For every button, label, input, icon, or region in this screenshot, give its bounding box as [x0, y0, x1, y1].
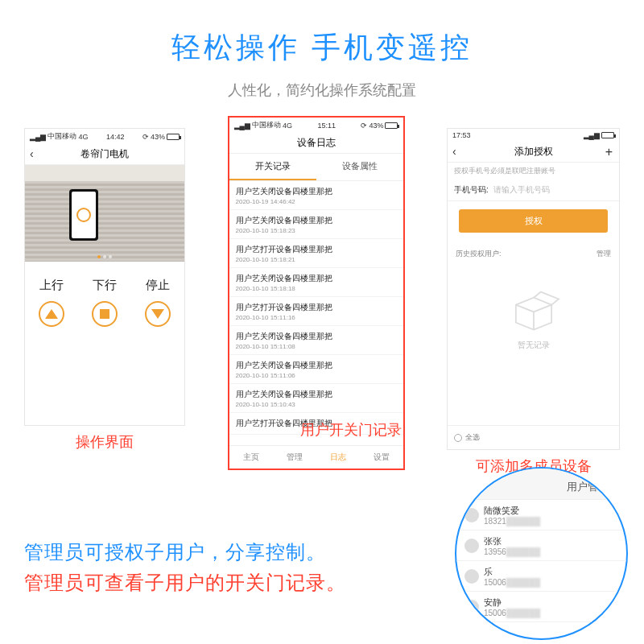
- history-label: 历史授权用户:: [456, 249, 502, 259]
- user-management-popover: 用户管理 陆微笑爱18321██████张张13956██████乐15006█…: [455, 467, 628, 640]
- auth-note: 授权手机号必须是联吧注册账号: [448, 163, 619, 180]
- label-down: 下行: [92, 278, 118, 293]
- phone-log-ui: ▂▄▆ 中国移动 4G 15:11 ⟳ 43% 设备日志 开关记录 设备属性 用…: [228, 116, 405, 470]
- log-item[interactable]: 用户艺打开设备四楼里那把2020-10-10 15:11:16: [229, 297, 403, 326]
- tab-device-props[interactable]: 设备属性: [316, 154, 403, 180]
- device-image: [25, 165, 184, 262]
- info-line-2: 管理员可查看子用户的开关门记录。: [24, 570, 346, 596]
- history-manage-link[interactable]: 管理: [597, 249, 611, 259]
- empty-box-icon: [505, 283, 563, 333]
- main-title: 轻松操作 手机变遥控: [0, 0, 644, 68]
- phone-field-row[interactable]: 手机号码: 请输入手机号码: [448, 180, 619, 201]
- tab-switch-records[interactable]: 开关记录: [229, 154, 316, 180]
- triangle-down-icon: [151, 309, 164, 319]
- log-item[interactable]: 用户艺关闭设备四楼里那把2020-10-10 15:11:08: [229, 326, 403, 355]
- info-line-1: 管理员可授权子用户，分享控制。: [24, 539, 346, 565]
- overlay-log-caption: 用户开关门记录: [300, 420, 402, 440]
- nav-settings[interactable]: 设置: [360, 446, 403, 469]
- user-row[interactable]: 张张13956██████: [456, 530, 626, 561]
- avatar: [464, 569, 479, 584]
- triangle-up-icon: [45, 309, 58, 319]
- phone-control-ui: ▂▄▆ 中国移动 4G 14:42 ⟳ 43% ‹ 卷帘门电机 上行 下行: [24, 128, 185, 426]
- down-button[interactable]: [145, 301, 171, 327]
- stop-button[interactable]: [92, 301, 118, 327]
- user-row[interactable]: 陆微笑爱18321██████: [456, 500, 626, 530]
- authorize-button[interactable]: 授权: [459, 209, 608, 233]
- log-item[interactable]: 用户艺打开设备四楼里那把2020-10-10 15:18:21: [229, 239, 403, 268]
- sub-title: 人性化，简约化操作系统配置: [0, 80, 644, 100]
- screen-title: ‹ 添加授权 +: [448, 142, 619, 163]
- clock: 14:42: [106, 133, 125, 141]
- back-icon[interactable]: ‹: [452, 145, 456, 158]
- log-item[interactable]: 用户艺关闭设备四楼里那把2020-10-10 15:18:18: [229, 268, 403, 297]
- status-bar: ▂▄▆ 中国移动 4G 15:11 ⟳ 43%: [229, 118, 403, 133]
- user-row[interactable]: 乐15006██████: [456, 561, 626, 592]
- avatar: [464, 600, 479, 614]
- status-bar: ▂▄▆ 中国移动 4G 14:42 ⟳ 43%: [25, 129, 184, 144]
- status-bar: 17:53 ▂▄▆: [448, 129, 619, 142]
- label-up: 上行: [39, 278, 64, 293]
- screen-title: ‹ 卷帘门电机: [25, 144, 184, 165]
- log-item[interactable]: 用户艺关闭设备四楼里那把2020-10-10 15:18:23: [229, 210, 403, 239]
- up-button[interactable]: [39, 301, 64, 327]
- phone-auth-ui: 17:53 ▂▄▆ ‹ 添加授权 + 授权手机号必须是联吧注册账号 手机号码: …: [447, 128, 620, 450]
- avatar: [464, 539, 479, 553]
- caption-phone1: 操作界面: [24, 432, 185, 452]
- bottom-nav: 主页 管理 日志 设置: [229, 445, 403, 469]
- log-item[interactable]: 用户艺关闭设备四楼里那把2020-10-10 15:10:43: [229, 384, 403, 413]
- signal-icon: ▂▄▆: [30, 133, 46, 141]
- label-stop: 停止: [145, 278, 171, 293]
- back-icon[interactable]: ‹: [30, 147, 34, 160]
- log-list[interactable]: 用户艺关闭设备四楼里那把2020-10-19 14:46:42用户艺关闭设备四楼…: [229, 181, 403, 445]
- screen-title: 设备日志: [229, 133, 403, 154]
- log-tabs: 开关记录 设备属性: [229, 154, 403, 181]
- nav-manage[interactable]: 管理: [273, 446, 316, 469]
- select-all-row[interactable]: 全选: [448, 425, 619, 449]
- phone-field-placeholder: 请输入手机号码: [493, 184, 550, 196]
- square-icon: [100, 309, 109, 319]
- empty-state: 暂无记录: [448, 283, 619, 351]
- nav-home[interactable]: 主页: [229, 446, 273, 469]
- user-row[interactable]: 安静15006██████: [456, 592, 626, 622]
- avatar: [464, 508, 479, 522]
- radio-icon: [454, 434, 462, 442]
- add-icon[interactable]: +: [605, 145, 613, 159]
- phone-field-label: 手机号码:: [454, 184, 489, 196]
- log-item[interactable]: 用户艺关闭设备四楼里那把2020-10-19 14:46:42: [229, 181, 403, 210]
- log-item[interactable]: 用户艺关闭设备四楼里那把2020-10-10 15:11:06: [229, 355, 403, 384]
- nav-log[interactable]: 日志: [316, 446, 360, 469]
